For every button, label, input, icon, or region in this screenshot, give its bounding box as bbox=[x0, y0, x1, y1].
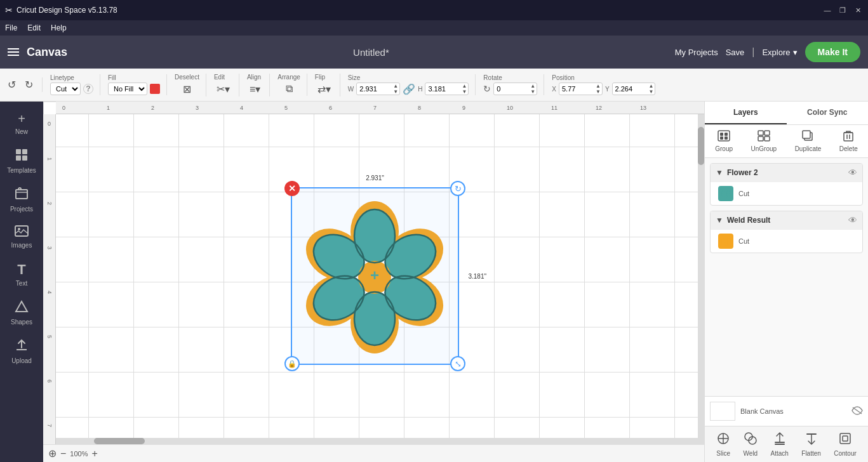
edit-button[interactable]: ✂▾ bbox=[214, 82, 232, 96]
tab-layers[interactable]: Layers bbox=[705, 102, 787, 124]
svg-point-6 bbox=[18, 228, 20, 230]
svg-rect-32 bbox=[758, 136, 763, 141]
explore-button[interactable]: Explore ▾ bbox=[762, 48, 797, 57]
h-scrollbar-thumb[interactable] bbox=[94, 438, 145, 444]
size-h-input[interactable] bbox=[425, 84, 460, 94]
sidebar-item-new[interactable]: + New bbox=[0, 107, 43, 140]
position-x-input[interactable] bbox=[559, 84, 594, 94]
rotate-up[interactable]: ▲ bbox=[529, 83, 537, 89]
deselect-button[interactable]: ⊠ bbox=[175, 82, 199, 96]
flip-button[interactable]: ⇄▾ bbox=[315, 82, 333, 96]
redo-button[interactable]: ↻ bbox=[22, 77, 36, 92]
sidebar-images-label: Images bbox=[11, 242, 32, 249]
layers-content: ▼ Flower 2 👁 bbox=[705, 158, 868, 396]
blank-canvas-eye[interactable] bbox=[851, 406, 863, 417]
aspect-lock-icon[interactable]: 🔗 bbox=[403, 83, 415, 95]
header-right: My Projects Save | Explore ▾ Make It bbox=[675, 42, 860, 62]
size-w-down[interactable]: ▼ bbox=[392, 89, 399, 95]
ruler-v-tick-4: 4 bbox=[46, 291, 53, 294]
v-scrollbar[interactable] bbox=[698, 114, 704, 444]
tab-color-sync[interactable]: Color Sync bbox=[787, 102, 869, 124]
ruler-tick-0: 0 bbox=[62, 105, 65, 111]
layer-group-flower2-header[interactable]: ▼ Flower 2 👁 bbox=[711, 164, 862, 182]
v-scrollbar-thumb[interactable] bbox=[698, 127, 704, 165]
position-y-down[interactable]: ▼ bbox=[648, 89, 655, 95]
resize-handle[interactable]: ⤡ bbox=[450, 356, 465, 371]
ruler-tick-5: 5 bbox=[284, 105, 288, 111]
right-panel: Layers Color Sync Group bbox=[704, 102, 868, 462]
position-y-up[interactable]: ▲ bbox=[648, 83, 655, 89]
sidebar-item-text[interactable]: T Text bbox=[0, 256, 43, 292]
save-button[interactable]: Save bbox=[726, 48, 745, 57]
zoom-plus-button[interactable]: + bbox=[91, 448, 97, 459]
canvas-area[interactable]: 0 1 2 3 4 5 6 7 8 9 10 11 12 13 0 1 2 3 … bbox=[43, 102, 704, 462]
sidebar-item-upload[interactable]: Upload bbox=[0, 333, 43, 369]
ruler-left: 0 1 2 3 4 5 6 7 bbox=[43, 114, 56, 462]
flatten-button[interactable]: Flatten bbox=[801, 432, 821, 457]
hamburger-menu[interactable] bbox=[8, 48, 19, 56]
sidebar-item-shapes[interactable]: Shapes bbox=[0, 294, 43, 331]
rotate-input[interactable] bbox=[494, 84, 529, 94]
flatten-label: Flatten bbox=[801, 450, 821, 457]
weld-button[interactable]: Weld bbox=[744, 432, 758, 457]
rotate-group: Rotate ↻ ▲ ▼ bbox=[483, 74, 544, 95]
ruler-v-tick-6: 6 bbox=[46, 380, 53, 383]
contour-button[interactable]: Contour bbox=[834, 432, 857, 457]
separator: | bbox=[752, 46, 754, 58]
lock-handle[interactable]: 🔒 bbox=[284, 356, 300, 371]
size-w-up[interactable]: ▲ bbox=[392, 83, 399, 89]
minimize-button[interactable]: — bbox=[822, 5, 832, 15]
menu-help[interactable]: Help bbox=[51, 23, 67, 32]
panel-footer-buttons: Slice Weld bbox=[705, 426, 868, 462]
rotate-down[interactable]: ▼ bbox=[529, 89, 537, 95]
attach-button[interactable]: Attach bbox=[771, 432, 789, 457]
weld-eye[interactable]: 👁 bbox=[848, 215, 857, 225]
linetype-select[interactable]: Cut bbox=[50, 82, 81, 95]
size-h-label: H bbox=[418, 86, 422, 93]
position-x-up[interactable]: ▲ bbox=[594, 83, 602, 89]
make-it-button[interactable]: Make It bbox=[805, 42, 860, 62]
rotate-handle[interactable]: ↻ bbox=[450, 181, 465, 196]
sidebar-item-templates[interactable]: Templates bbox=[0, 143, 43, 179]
arrange-button[interactable]: ⧉ bbox=[277, 82, 300, 96]
sidebar-item-images[interactable]: Images bbox=[0, 220, 43, 254]
my-projects-button[interactable]: My Projects bbox=[675, 48, 718, 57]
maximize-button[interactable]: ❐ bbox=[838, 5, 848, 15]
ruler-v-tick-2: 2 bbox=[46, 202, 53, 205]
align-button[interactable]: ≡▾ bbox=[247, 82, 263, 96]
zoom-minus-button[interactable]: − bbox=[60, 448, 66, 459]
ungroup-button[interactable]: UnGroup bbox=[746, 128, 782, 155]
position-y-input[interactable] bbox=[613, 84, 648, 94]
arrange-label: Arrange bbox=[277, 74, 300, 81]
flower2-cut-item[interactable]: Cut bbox=[711, 182, 862, 205]
zoom-fit-button[interactable]: ⊕ bbox=[48, 447, 57, 459]
flower-design[interactable]: 2.931" 3.181" ✕ ↻ 🔒 ⤡ bbox=[297, 197, 453, 361]
size-h-down[interactable]: ▼ bbox=[460, 89, 468, 95]
slice-button[interactable]: Slice bbox=[716, 432, 730, 457]
group-button[interactable]: Group bbox=[710, 128, 738, 155]
flower2-cut-label: Cut bbox=[738, 190, 749, 197]
delete-handle[interactable]: ✕ bbox=[284, 181, 300, 196]
edit-group: Edit ✂▾ bbox=[214, 74, 239, 96]
fill-group: Fill No Fill bbox=[108, 74, 167, 95]
h-scrollbar[interactable] bbox=[56, 438, 704, 444]
position-x-down[interactable]: ▼ bbox=[594, 89, 602, 95]
close-button[interactable]: ✕ bbox=[853, 5, 863, 15]
fill-color-swatch[interactable] bbox=[150, 84, 160, 94]
sidebar-item-projects[interactable]: Projects bbox=[0, 182, 43, 218]
group-icon bbox=[718, 130, 730, 144]
weld-cut-item[interactable]: Cut bbox=[711, 229, 862, 253]
linetype-help[interactable]: ? bbox=[83, 84, 93, 94]
duplicate-button[interactable]: Duplicate bbox=[790, 128, 827, 155]
sidebar-shapes-label: Shapes bbox=[11, 319, 32, 326]
size-w-input[interactable] bbox=[357, 84, 392, 94]
delete-label: Delete bbox=[839, 145, 858, 152]
layer-group-weld-header[interactable]: ▼ Weld Result 👁 bbox=[711, 211, 862, 229]
menu-edit[interactable]: Edit bbox=[27, 23, 41, 32]
undo-button[interactable]: ↺ bbox=[5, 77, 18, 92]
fill-select[interactable]: No Fill bbox=[108, 82, 147, 95]
delete-button[interactable]: Delete bbox=[834, 128, 863, 155]
flower2-eye[interactable]: 👁 bbox=[848, 168, 857, 178]
menu-file[interactable]: File bbox=[5, 23, 17, 32]
size-h-up[interactable]: ▲ bbox=[460, 83, 468, 89]
